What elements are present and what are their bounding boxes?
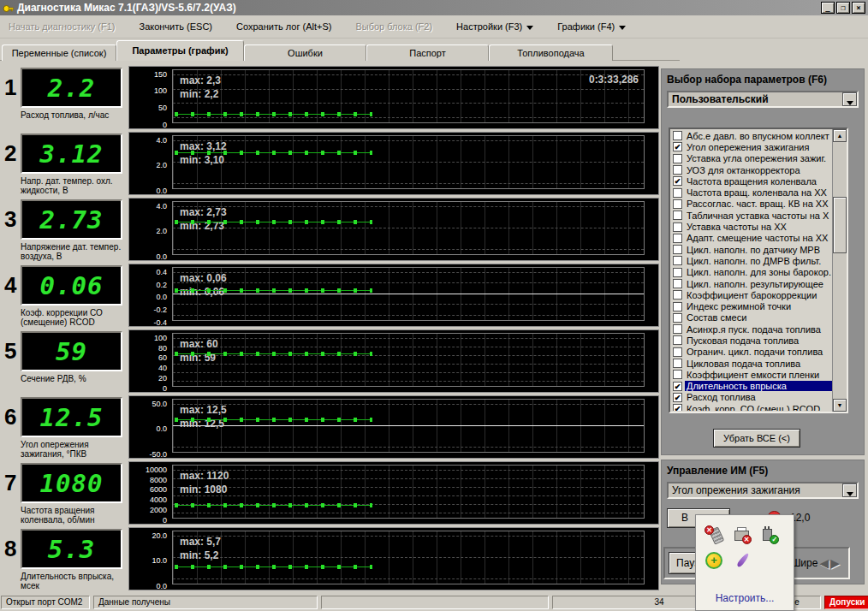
parameter-label: Цикл. наполн. по датчику МРВ	[685, 245, 822, 255]
checkbox-icon[interactable]	[673, 335, 682, 345]
checkbox-icon[interactable]	[673, 222, 682, 232]
parameter-list-item[interactable]: УОЗ для октанкорректора	[671, 164, 832, 175]
axis-tick-label: 0.4	[129, 268, 167, 276]
scroll-up-icon[interactable]: ▲	[833, 129, 847, 142]
checkbox-icon[interactable]	[673, 279, 682, 288]
parameter-list-item[interactable]: Цикл. наполн. результирующее	[671, 278, 832, 289]
restore-button[interactable]: ❐	[836, 2, 850, 14]
remove-all-button[interactable]: Убрать ВСЕ (<)	[713, 429, 800, 448]
checkbox-icon[interactable]	[673, 256, 682, 265]
parameter-list-item[interactable]: ✔Коэф. корр. СО (смещ.) RCOD	[671, 403, 832, 411]
tab-variables-list[interactable]: Переменные (список)	[2, 44, 116, 61]
readout-panel: 71080Частота вращения коленвала, об/мин	[0, 461, 127, 525]
parameter-list-item[interactable]: Коэффициент барокоррекции	[671, 289, 832, 300]
checkbox-icon[interactable]	[673, 165, 682, 175]
parameter-list-item[interactable]: ✔Частота вращения коленвала	[671, 175, 832, 187]
parameter-list-item[interactable]: Уставка частоты на ХХ	[671, 221, 832, 232]
grid-line	[173, 495, 644, 496]
scroll-down-icon[interactable]: ▼	[833, 399, 847, 412]
series-markers	[175, 112, 372, 116]
parameter-list-item[interactable]: Абс.е давл. во впускном коллект	[671, 130, 832, 141]
checkbox-icon[interactable]	[673, 131, 682, 140]
preset-combobox[interactable]: Пользовательский	[667, 91, 859, 108]
add-ball-icon[interactable]: +	[705, 551, 723, 570]
preset-dropdown-button[interactable]	[842, 92, 857, 106]
parameter-list-item[interactable]: Цикловая подача топлива	[671, 358, 832, 369]
checkbox-icon[interactable]	[673, 313, 682, 323]
parameter-list-item[interactable]: Рассоглас. част. вращ. КВ на ХХ	[671, 199, 832, 210]
parameter-list-item[interactable]: Уставка угла опережения зажиг.	[671, 153, 832, 164]
readout-panel: 23.12Напр. дат. темпер. охл. жидкости, В	[0, 132, 127, 195]
grid-line	[173, 478, 644, 479]
checkbox-icon[interactable]	[673, 370, 682, 379]
checkbox-checked-icon[interactable]: ✔	[673, 404, 682, 411]
parameter-list-item[interactable]: Огранич. цикл. подачи топлива	[671, 347, 832, 358]
parameter-list-item[interactable]: Индекс режимной точки	[671, 300, 832, 311]
tab-passport[interactable]: Паспорт	[366, 44, 489, 61]
menu-item-block-select[interactable]: Выбор блока (F2)	[355, 21, 432, 32]
parameter-list-item[interactable]: Асинхр.я пуск. подача топлива	[671, 323, 832, 335]
parameter-list-item[interactable]: Пусковая подача топлива	[671, 335, 832, 346]
grid-line	[173, 381, 644, 382]
scroll-thumb[interactable]	[833, 197, 847, 253]
printer-error-icon[interactable]: ✕	[733, 525, 752, 544]
wider-label: Шире	[791, 557, 817, 569]
im-selected-value: Угол опрежения зажигания	[669, 483, 857, 497]
checkbox-icon[interactable]	[673, 234, 682, 243]
parameter-label: Расход топлива	[685, 392, 758, 402]
menu-item-start-diagnostics[interactable]: Начать диагностику (F1)	[9, 21, 115, 32]
lcd-value: 1080	[22, 469, 121, 498]
checkbox-icon[interactable]	[673, 188, 682, 198]
parameter-list-item[interactable]: ✔Длительность впрыска	[671, 381, 832, 392]
list-scrollbar[interactable]: ▲ ▼	[832, 129, 847, 412]
grid-line	[173, 315, 644, 316]
checkbox-checked-icon[interactable]: ✔	[673, 382, 682, 391]
parameter-list-item[interactable]: Частота вращ. коленвала на ХХ	[671, 187, 832, 198]
configure-menu-item[interactable]: Настроить...	[696, 592, 794, 604]
parameter-list-item[interactable]: ✔Расход топлива	[671, 392, 832, 403]
checkbox-checked-icon[interactable]: ✔	[673, 393, 682, 402]
checkbox-icon[interactable]	[673, 302, 682, 311]
tab-fuel-delivery[interactable]: Топливоподача	[489, 44, 613, 61]
axis-tick-label: 10000	[129, 466, 167, 474]
close-button[interactable]: ×	[852, 2, 865, 14]
checkbox-icon[interactable]	[673, 347, 682, 357]
narrower-arrow-icon[interactable]: ◀	[819, 556, 829, 570]
menu-item-finish[interactable]: Закончить (ESC)	[139, 21, 212, 32]
parameter-list-item[interactable]: Табличная уставка частоты на Х	[671, 210, 832, 221]
menu-item-save-log[interactable]: Сохранить лог (Alt+S)	[236, 21, 331, 32]
lcd-display: 59	[21, 331, 122, 371]
checkbox-icon[interactable]	[673, 199, 682, 209]
cell-disabled-icon[interactable]: ✕	[705, 525, 723, 544]
checkbox-icon[interactable]	[673, 154, 682, 163]
checkbox-icon[interactable]	[673, 268, 682, 277]
checkbox-icon[interactable]	[673, 211, 682, 220]
parameter-list-item[interactable]: Коэффициент емкости пленки	[671, 369, 832, 380]
im-dropdown-button[interactable]	[842, 483, 857, 497]
feather-icon[interactable]	[733, 551, 752, 570]
usb-connected-icon[interactable]: ✓	[760, 525, 779, 544]
tab-parameters-graph[interactable]: Параметры (график)	[116, 40, 244, 61]
checkbox-icon[interactable]	[673, 324, 682, 334]
minimize-button[interactable]: _	[821, 2, 835, 14]
checkbox-icon[interactable]	[673, 290, 682, 300]
checkbox-icon[interactable]	[673, 245, 682, 254]
checkbox-checked-icon[interactable]: ✔	[673, 142, 682, 151]
parameter-list-item[interactable]: Состав смеси	[671, 312, 832, 323]
im-combobox[interactable]: Угол опрежения зажигания	[667, 482, 859, 499]
parameter-list-item[interactable]: Цикл. наполн. по датчику МРВ	[671, 244, 832, 255]
parameter-label: Частота вращ. коленвала на ХХ	[685, 187, 829, 198]
parameter-list-item[interactable]: Цикл. наполн. для зоны барокор.	[671, 267, 832, 278]
checkbox-checked-icon[interactable]: ✔	[673, 176, 682, 186]
data-series-line	[175, 503, 372, 507]
checkbox-icon[interactable]	[673, 359, 682, 368]
parameter-list-item[interactable]: ✔Угол опережения зажигания	[671, 141, 832, 152]
wider-arrow-icon[interactable]: ▶	[830, 556, 840, 570]
channel-row: 23.12Напр. дат. темпер. охл. жидкости, В…	[0, 132, 659, 195]
menu-item-graphs[interactable]: Графики (F4)	[557, 21, 626, 32]
parameter-list-item[interactable]: Адапт. смещение частоты на ХХ	[671, 233, 832, 244]
parameter-list-item[interactable]: Цикл. наполн. по ДМРВ фильт.	[671, 255, 832, 266]
axis-tick-label: 20.0	[129, 531, 167, 540]
menu-item-settings[interactable]: Настройки (F3)	[456, 21, 533, 32]
tab-errors[interactable]: Ошибки	[244, 44, 366, 61]
